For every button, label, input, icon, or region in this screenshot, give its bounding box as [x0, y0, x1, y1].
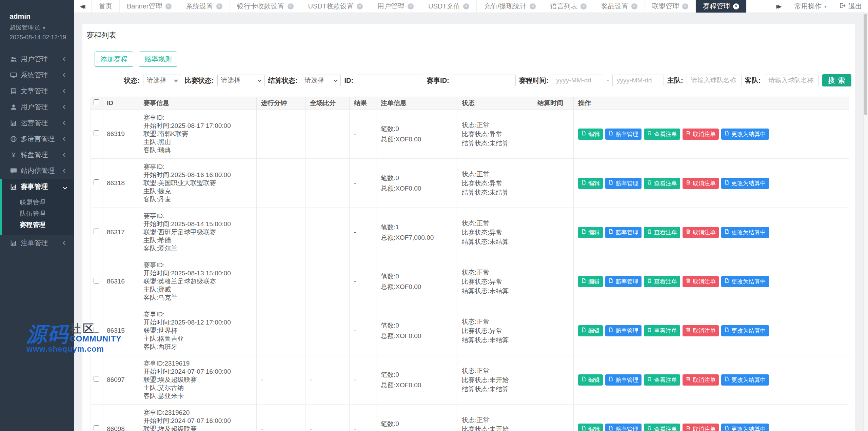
sidebar-item-user-group-manage[interactable]: 用户管理	[0, 51, 74, 67]
close-icon[interactable]: ×	[733, 3, 739, 9]
sidebar-item-user-manage[interactable]: 用户管理	[0, 99, 74, 115]
edit-button[interactable]: 编辑	[578, 227, 603, 238]
id-input[interactable]	[357, 75, 423, 86]
view-orders-button[interactable]: 查看注单	[644, 325, 680, 336]
search-button[interactable]: 搜 索	[822, 74, 851, 86]
close-icon[interactable]: ×	[463, 3, 469, 9]
tab-system-settings[interactable]: 系统设置×	[179, 0, 230, 13]
tab-language-list[interactable]: 语言列表×	[543, 0, 594, 13]
tab-usdt-receive[interactable]: USDT收款设置×	[301, 0, 370, 13]
odds-rules-button[interactable]: 赔率规则	[139, 52, 177, 67]
close-icon[interactable]: ×	[288, 3, 294, 9]
settle-status-select[interactable]: 请选择	[301, 75, 341, 86]
odds-manage-button[interactable]: 赔率管理	[605, 325, 642, 336]
time-from-input[interactable]	[552, 75, 603, 86]
sidebar-item-language-manage[interactable]: 多语言管理	[0, 131, 74, 147]
row-checkbox[interactable]	[94, 376, 99, 382]
scrollbar-thumb[interactable]	[864, 14, 867, 115]
cancel-orders-button[interactable]: 取消注单	[683, 276, 719, 287]
mark-settling-button[interactable]: 更改为结算中	[721, 424, 769, 431]
sidebar-item-message-manage[interactable]: 站内信管理	[0, 163, 74, 179]
event-id-input[interactable]	[453, 75, 516, 86]
sidebar-item-wheel-manage[interactable]: ¥转盘管理	[0, 147, 74, 163]
row-checkbox[interactable]	[94, 229, 99, 234]
cancel-orders-button[interactable]: 取消注单	[683, 129, 719, 140]
odds-manage-button[interactable]: 赔率管理	[605, 129, 642, 140]
home-team-input[interactable]	[687, 75, 742, 86]
close-icon[interactable]: ×	[530, 3, 536, 9]
edit-button[interactable]: 编辑	[578, 178, 603, 189]
odds-manage-button[interactable]: 赔率管理	[605, 424, 642, 431]
sidebar-item-bet-order-manage[interactable]: 注单管理	[0, 235, 74, 251]
mark-settling-button[interactable]: 更改为结算中	[721, 129, 769, 140]
edit-button[interactable]: 编辑	[578, 129, 603, 140]
sidebar-subitem-schedule-manage[interactable]: 赛程管理	[2, 219, 74, 230]
user-role-dropdown[interactable]: 超级管理员 ▼	[9, 23, 74, 32]
edit-button[interactable]: 编辑	[578, 276, 603, 287]
tab-prize-settings[interactable]: 奖品设置×	[594, 0, 645, 13]
row-checkbox[interactable]	[94, 130, 99, 136]
edit-button[interactable]: 编辑	[578, 374, 603, 386]
row-checkbox[interactable]	[94, 327, 99, 333]
tabs-scroll-left-button[interactable]: ◀◀	[74, 0, 92, 13]
cancel-orders-button[interactable]: 取消注单	[683, 178, 719, 189]
tab-usdt-recharge[interactable]: USDT充值×	[421, 0, 477, 13]
close-icon[interactable]: ×	[631, 3, 637, 9]
close-icon[interactable]: ×	[580, 3, 587, 9]
close-icon[interactable]: ×	[408, 3, 414, 9]
tab-user-manage[interactable]: 用户管理×	[370, 0, 421, 13]
view-orders-button[interactable]: 查看注单	[644, 374, 680, 386]
tab-home[interactable]: 首页	[92, 0, 120, 13]
mark-settling-button[interactable]: 更改为结算中	[721, 227, 769, 238]
time-to-input[interactable]	[612, 75, 664, 86]
logout-button[interactable]: 退出	[833, 0, 868, 13]
trash-icon	[686, 327, 691, 334]
tab-bank-card[interactable]: 银行卡收款设置×	[230, 0, 301, 13]
close-icon[interactable]: ×	[682, 3, 688, 9]
odds-manage-button[interactable]: 赔率管理	[605, 227, 642, 238]
close-icon[interactable]: ×	[216, 3, 222, 9]
cancel-orders-button[interactable]: 取消注单	[683, 227, 719, 238]
mark-settling-button[interactable]: 更改为结算中	[721, 276, 769, 287]
sidebar-item-article-manage[interactable]: 文章管理	[0, 83, 74, 99]
add-schedule-button[interactable]: 添加赛程	[95, 52, 133, 67]
select-all-checkbox[interactable]	[94, 99, 99, 105]
tab-banner-manage[interactable]: Banner管理×	[120, 0, 179, 13]
away-team-input[interactable]	[764, 75, 819, 86]
view-orders-button[interactable]: 查看注单	[644, 227, 680, 238]
sidebar-subitem-league-manage[interactable]: 联盟管理	[2, 197, 74, 208]
tabs-scroll-right-button[interactable]: ▶▶	[770, 0, 788, 13]
cancel-orders-button[interactable]: 取消注单	[683, 325, 719, 336]
row-checkbox[interactable]	[94, 179, 99, 185]
sidebar: admin 超级管理员 ▼ 2025-08-14 02:12:19 用户管理系统…	[0, 0, 74, 431]
view-orders-button[interactable]: 查看注单	[644, 178, 680, 189]
mark-settling-button[interactable]: 更改为结算中	[721, 178, 769, 189]
common-actions-dropdown[interactable]: 常用操作 ▾	[788, 0, 833, 13]
close-icon[interactable]: ×	[165, 3, 172, 9]
tab-schedule-manage[interactable]: 赛程管理×	[696, 0, 747, 13]
row-checkbox[interactable]	[94, 425, 99, 431]
mark-settling-button[interactable]: 更改为结算中	[721, 374, 769, 386]
status-select[interactable]: 请选择	[143, 75, 181, 86]
tab-recharge-stats[interactable]: 充值/提现统计×	[477, 0, 543, 13]
odds-manage-button[interactable]: 赔率管理	[605, 374, 642, 386]
match-status-select[interactable]: 请选择	[217, 75, 265, 86]
view-orders-button[interactable]: 查看注单	[644, 276, 680, 287]
sidebar-subitem-team-manage[interactable]: 队伍管理	[2, 208, 74, 219]
cancel-orders-button[interactable]: 取消注单	[683, 374, 719, 386]
sidebar-item-system-manage[interactable]: 系统管理	[0, 67, 74, 83]
sidebar-item-operation-manage[interactable]: 运营管理	[0, 115, 74, 131]
row-checkbox[interactable]	[94, 278, 99, 283]
edit-button[interactable]: 编辑	[578, 424, 603, 431]
sidebar-item-event-manage[interactable]: 赛事管理	[2, 179, 74, 195]
status-line: 比赛状态:异常	[462, 228, 528, 237]
odds-manage-button[interactable]: 赔率管理	[605, 276, 642, 287]
tab-league-manage[interactable]: 联盟管理×	[645, 0, 696, 13]
edit-button[interactable]: 编辑	[578, 325, 603, 336]
close-icon[interactable]: ×	[357, 3, 363, 9]
mark-settling-button[interactable]: 更改为结算中	[721, 325, 769, 336]
cancel-orders-button[interactable]: 取消注单	[683, 424, 719, 431]
view-orders-button[interactable]: 查看注单	[644, 424, 680, 431]
odds-manage-button[interactable]: 赔率管理	[605, 178, 642, 189]
view-orders-button[interactable]: 查看注单	[644, 129, 680, 140]
